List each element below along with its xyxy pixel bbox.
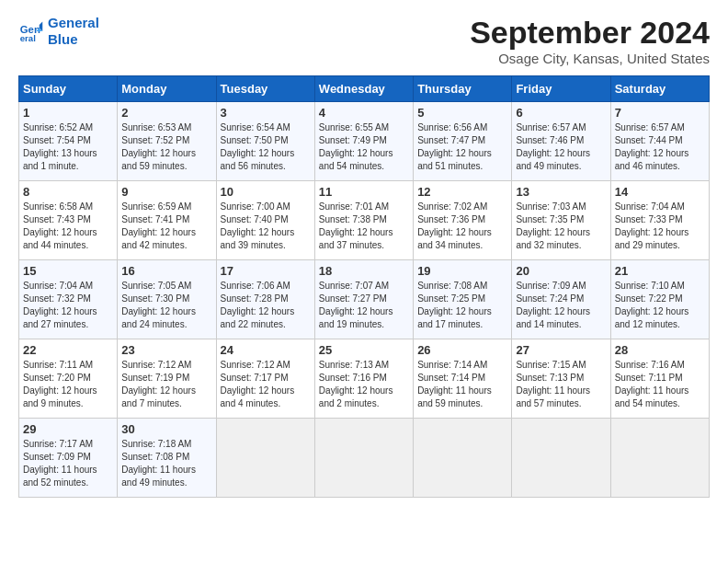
day-number: 8 — [23, 185, 113, 199]
month-title: September 2024 — [470, 15, 710, 51]
day-info: Sunrise: 7:13 AMSunset: 7:16 PMDaylight:… — [319, 359, 409, 410]
calendar-cell — [414, 419, 512, 498]
day-number: 6 — [516, 106, 606, 120]
day-number: 14 — [615, 185, 705, 199]
calendar-cell: 2 Sunrise: 6:53 AMSunset: 7:52 PMDayligh… — [118, 102, 216, 181]
day-number: 16 — [121, 264, 211, 278]
weekday-header-saturday: Saturday — [610, 76, 709, 102]
day-number: 22 — [23, 343, 113, 357]
calendar-cell: 14 Sunrise: 7:04 AMSunset: 7:33 PMDaylig… — [610, 181, 709, 260]
day-number: 15 — [23, 264, 113, 278]
day-number: 23 — [121, 343, 211, 357]
calendar-cell — [512, 419, 610, 498]
logo-line1: General — [48, 15, 99, 30]
day-info: Sunrise: 7:12 AMSunset: 7:19 PMDaylight:… — [121, 359, 211, 410]
weekday-header-sunday: Sunday — [19, 76, 118, 102]
calendar-cell: 11 Sunrise: 7:01 AMSunset: 7:38 PMDaylig… — [314, 181, 413, 260]
day-info: Sunrise: 6:59 AMSunset: 7:41 PMDaylight:… — [121, 201, 211, 252]
calendar-cell: 19 Sunrise: 7:08 AMSunset: 7:25 PMDaylig… — [414, 260, 512, 339]
day-info: Sunrise: 7:10 AMSunset: 7:22 PMDaylight:… — [615, 280, 705, 331]
calendar-cell: 4 Sunrise: 6:55 AMSunset: 7:49 PMDayligh… — [314, 102, 413, 181]
day-info: Sunrise: 7:12 AMSunset: 7:17 PMDaylight:… — [221, 359, 311, 410]
day-info: Sunrise: 6:58 AMSunset: 7:43 PMDaylight:… — [23, 201, 113, 252]
calendar-cell: 29 Sunrise: 7:17 AMSunset: 7:09 PMDaylig… — [19, 419, 118, 498]
location-title: Osage City, Kansas, United States — [470, 51, 710, 66]
calendar-cell: 26 Sunrise: 7:14 AMSunset: 7:14 PMDaylig… — [414, 339, 512, 419]
day-number: 20 — [516, 264, 606, 278]
day-info: Sunrise: 7:06 AMSunset: 7:28 PMDaylight:… — [221, 280, 311, 331]
day-number: 9 — [121, 185, 211, 199]
day-info: Sunrise: 7:09 AMSunset: 7:24 PMDaylight:… — [516, 280, 606, 331]
day-info: Sunrise: 7:05 AMSunset: 7:30 PMDaylight:… — [121, 280, 211, 331]
calendar-cell: 25 Sunrise: 7:13 AMSunset: 7:16 PMDaylig… — [314, 339, 413, 419]
calendar-cell: 20 Sunrise: 7:09 AMSunset: 7:24 PMDaylig… — [512, 260, 610, 339]
weekday-header-tuesday: Tuesday — [216, 76, 314, 102]
day-number: 26 — [417, 343, 507, 357]
calendar-cell: 5 Sunrise: 6:56 AMSunset: 7:47 PMDayligh… — [414, 102, 512, 181]
page-header: Gen eral General Blue September 2024 Osa… — [18, 15, 710, 66]
calendar-table: SundayMondayTuesdayWednesdayThursdayFrid… — [18, 75, 710, 498]
calendar-week-row: 22 Sunrise: 7:11 AMSunset: 7:20 PMDaylig… — [19, 339, 710, 419]
logo: Gen eral General Blue — [18, 15, 99, 48]
day-info: Sunrise: 7:14 AMSunset: 7:14 PMDaylight:… — [417, 359, 507, 410]
day-info: Sunrise: 7:03 AMSunset: 7:35 PMDaylight:… — [516, 201, 606, 252]
day-info: Sunrise: 7:07 AMSunset: 7:27 PMDaylight:… — [319, 280, 409, 331]
day-info: Sunrise: 7:00 AMSunset: 7:40 PMDaylight:… — [221, 201, 311, 252]
calendar-cell: 6 Sunrise: 6:57 AMSunset: 7:46 PMDayligh… — [512, 102, 610, 181]
calendar-week-row: 15 Sunrise: 7:04 AMSunset: 7:32 PMDaylig… — [19, 260, 710, 339]
calendar-cell: 28 Sunrise: 7:16 AMSunset: 7:11 PMDaylig… — [610, 339, 709, 419]
day-number: 11 — [319, 185, 409, 199]
calendar-cell — [610, 419, 709, 498]
calendar-cell: 18 Sunrise: 7:07 AMSunset: 7:27 PMDaylig… — [314, 260, 413, 339]
calendar-cell — [314, 419, 413, 498]
calendar-cell: 9 Sunrise: 6:59 AMSunset: 7:41 PMDayligh… — [118, 181, 216, 260]
logo-line2: Blue — [48, 31, 78, 47]
day-number: 24 — [221, 343, 311, 357]
day-info: Sunrise: 6:54 AMSunset: 7:50 PMDaylight:… — [221, 121, 311, 173]
day-info: Sunrise: 6:52 AMSunset: 7:54 PMDaylight:… — [23, 121, 113, 173]
svg-text:eral: eral — [20, 33, 36, 43]
day-number: 19 — [417, 264, 507, 278]
calendar-cell: 21 Sunrise: 7:10 AMSunset: 7:22 PMDaylig… — [610, 260, 709, 339]
calendar-cell: 27 Sunrise: 7:15 AMSunset: 7:13 PMDaylig… — [512, 339, 610, 419]
calendar-cell: 17 Sunrise: 7:06 AMSunset: 7:28 PMDaylig… — [216, 260, 314, 339]
calendar-cell: 23 Sunrise: 7:12 AMSunset: 7:19 PMDaylig… — [118, 339, 216, 419]
day-info: Sunrise: 6:55 AMSunset: 7:49 PMDaylight:… — [319, 121, 409, 173]
day-number: 4 — [319, 106, 409, 120]
day-number: 18 — [319, 264, 409, 278]
day-number: 28 — [615, 343, 705, 357]
day-number: 2 — [121, 106, 211, 120]
calendar-cell: 22 Sunrise: 7:11 AMSunset: 7:20 PMDaylig… — [19, 339, 118, 419]
calendar-cell: 7 Sunrise: 6:57 AMSunset: 7:44 PMDayligh… — [610, 102, 709, 181]
day-info: Sunrise: 7:11 AMSunset: 7:20 PMDaylight:… — [23, 359, 113, 410]
day-number: 27 — [516, 343, 606, 357]
day-info: Sunrise: 7:15 AMSunset: 7:13 PMDaylight:… — [516, 359, 606, 410]
day-number: 17 — [221, 264, 311, 278]
logo-icon: Gen eral — [18, 18, 44, 44]
day-number: 30 — [121, 422, 211, 436]
weekday-header-monday: Monday — [118, 76, 216, 102]
day-number: 13 — [516, 185, 606, 199]
day-info: Sunrise: 6:56 AMSunset: 7:47 PMDaylight:… — [417, 121, 507, 173]
day-info: Sunrise: 7:17 AMSunset: 7:09 PMDaylight:… — [23, 438, 113, 489]
weekday-header-row: SundayMondayTuesdayWednesdayThursdayFrid… — [19, 76, 710, 102]
day-number: 29 — [23, 422, 113, 436]
day-info: Sunrise: 6:57 AMSunset: 7:44 PMDaylight:… — [615, 121, 705, 173]
day-info: Sunrise: 7:02 AMSunset: 7:36 PMDaylight:… — [417, 201, 507, 252]
day-number: 12 — [417, 185, 507, 199]
calendar-cell: 1 Sunrise: 6:52 AMSunset: 7:54 PMDayligh… — [19, 102, 118, 181]
title-area: September 2024 Osage City, Kansas, Unite… — [470, 15, 710, 66]
day-number: 5 — [417, 106, 507, 120]
day-info: Sunrise: 7:04 AMSunset: 7:32 PMDaylight:… — [23, 280, 113, 331]
day-number: 7 — [615, 106, 705, 120]
calendar-cell — [216, 419, 314, 498]
day-number: 21 — [615, 264, 705, 278]
calendar-cell: 16 Sunrise: 7:05 AMSunset: 7:30 PMDaylig… — [118, 260, 216, 339]
day-info: Sunrise: 7:16 AMSunset: 7:11 PMDaylight:… — [615, 359, 705, 410]
day-info: Sunrise: 7:04 AMSunset: 7:33 PMDaylight:… — [615, 201, 705, 252]
calendar-cell: 15 Sunrise: 7:04 AMSunset: 7:32 PMDaylig… — [19, 260, 118, 339]
day-number: 3 — [221, 106, 311, 120]
day-info: Sunrise: 7:08 AMSunset: 7:25 PMDaylight:… — [417, 280, 507, 331]
day-info: Sunrise: 6:53 AMSunset: 7:52 PMDaylight:… — [121, 121, 211, 173]
calendar-cell: 3 Sunrise: 6:54 AMSunset: 7:50 PMDayligh… — [216, 102, 314, 181]
